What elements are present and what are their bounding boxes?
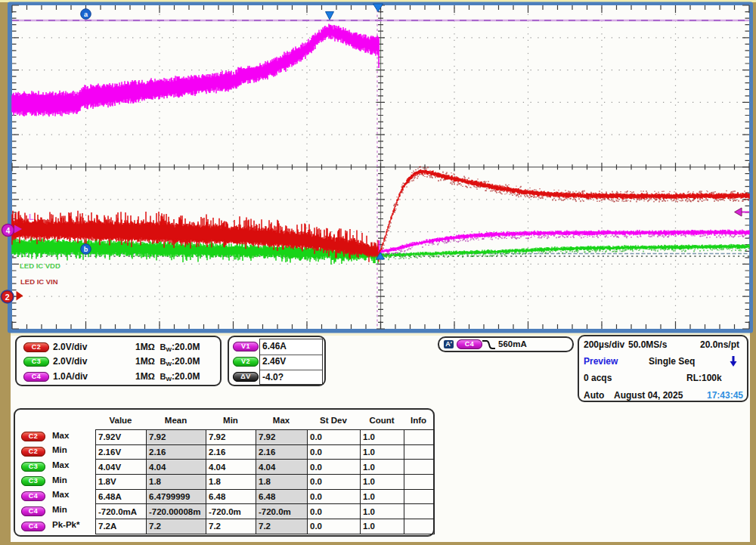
svg-text:2: 2 [5,293,10,302]
svg-text:LED IC VIN: LED IC VIN [20,277,58,286]
svg-text:4: 4 [6,227,11,235]
svg-text:L: L [29,212,34,221]
svg-text:LED IC VDD: LED IC VDD [20,262,60,270]
svg-text:b: b [84,246,88,253]
